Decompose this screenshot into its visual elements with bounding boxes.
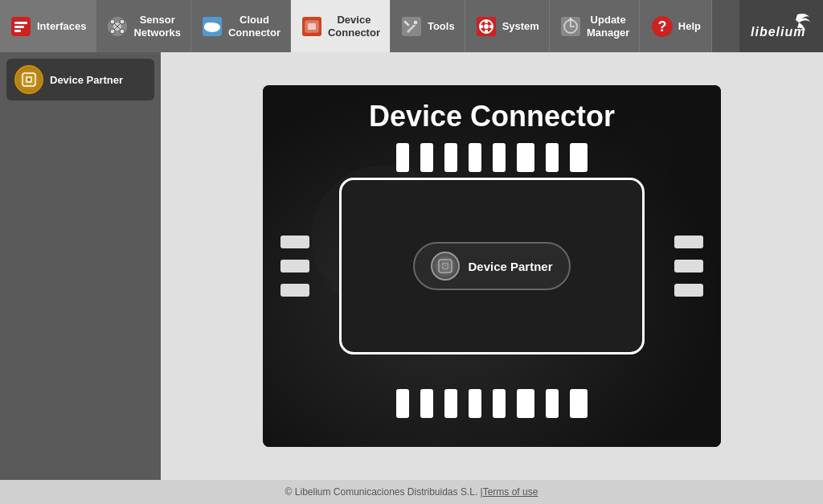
nav-cloud-connector[interactable]: CloudConnector: [191, 0, 291, 52]
main-area: Device Partner Device Connector: [0, 52, 823, 480]
connector-right-1: [674, 236, 703, 248]
pin-bottom-4: [469, 389, 481, 418]
connector-left-3: [280, 284, 309, 297]
connector-right-3: [674, 284, 703, 297]
svg-point-39: [27, 78, 31, 81]
pin-top-7: [546, 143, 559, 172]
device-partner-button-icon: [431, 252, 460, 281]
svg-rect-28: [489, 25, 493, 28]
nav-sensor-networks-label: SensorNetworks: [133, 14, 181, 39]
nav-sensor-networks[interactable]: SensorNetworks: [96, 0, 191, 52]
footer: © Libelium Comunicaciones Distribuidas S…: [0, 480, 823, 504]
nav-cloud-connector-label: CloudConnector: [228, 14, 280, 39]
tools-icon: [400, 15, 423, 38]
sidebar: Device Partner: [0, 52, 161, 480]
nav-update-manager-label: UpdateManager: [587, 14, 629, 39]
device-partner-sidebar-icon: [14, 65, 43, 94]
pin-top-6: [517, 143, 534, 172]
svg-rect-2: [14, 26, 24, 28]
pins-top: [396, 143, 588, 172]
connector-left-2: [280, 260, 309, 272]
device-partner-button[interactable]: Device Partner: [413, 242, 570, 290]
sidebar-item-device-partner[interactable]: Device Partner: [6, 59, 154, 100]
nav-system[interactable]: System: [465, 0, 550, 52]
nav-device-connector-label: DeviceConnector: [328, 14, 380, 39]
system-icon: [475, 15, 497, 38]
pin-bottom-2: [420, 389, 433, 418]
interfaces-icon: [10, 15, 32, 38]
update-manager-icon: [559, 15, 582, 38]
device-partner-button-label: Device Partner: [468, 260, 552, 273]
connector-right-2: [674, 260, 703, 272]
connectors-left: [280, 236, 309, 297]
svg-rect-26: [485, 30, 488, 33]
nav-tools[interactable]: Tools: [391, 0, 465, 52]
footer-terms-link[interactable]: Terms of use: [483, 486, 538, 498]
footer-text: © Libelium Comunicaciones Distribuidas S…: [285, 486, 483, 498]
nav-system-label: System: [502, 20, 539, 33]
connectors-right: [674, 236, 703, 297]
nav-help-label: Help: [678, 20, 701, 33]
svg-rect-27: [480, 25, 483, 28]
pin-top-1: [396, 143, 409, 172]
pins-bottom: [396, 389, 588, 418]
nav-interfaces[interactable]: Interfaces: [0, 0, 96, 52]
pin-top-5: [493, 143, 506, 172]
libelium-logo: libelium: [739, 0, 823, 52]
help-icon: ?: [651, 15, 674, 38]
board-title: Device Connector: [263, 100, 721, 133]
svg-point-29: [484, 24, 489, 29]
svg-rect-25: [485, 20, 488, 23]
connector-left-1: [280, 236, 309, 248]
pin-bottom-7: [546, 389, 559, 418]
svg-point-43: [444, 265, 446, 267]
nav-help[interactable]: ? Help: [640, 0, 712, 52]
pin-top-3: [444, 143, 457, 172]
nav-device-connector[interactable]: DeviceConnector: [291, 0, 391, 52]
pin-bottom-1: [396, 389, 409, 418]
nav-tools-label: Tools: [428, 20, 455, 33]
pin-bottom-6: [517, 389, 534, 418]
main-content: Device Connector: [161, 52, 823, 480]
svg-rect-20: [308, 23, 316, 30]
sensor-icon: [106, 15, 129, 38]
pin-bottom-8: [570, 389, 588, 418]
inner-board: Device Partner: [339, 178, 645, 354]
pin-top-8: [570, 143, 588, 172]
top-navigation: Interfaces SensorNetworks CloudConnector: [0, 0, 823, 52]
device-connector-board: Device Connector: [263, 85, 721, 447]
cloud-icon: [201, 15, 223, 38]
svg-rect-3: [14, 30, 21, 32]
pin-top-2: [420, 143, 433, 172]
pin-bottom-3: [444, 389, 457, 418]
device-connector-icon: [301, 15, 323, 38]
svg-text:libelium: libelium: [751, 25, 805, 39]
libelium-logo-svg: libelium: [749, 10, 813, 43]
svg-rect-1: [14, 22, 27, 24]
sidebar-device-partner-label: Device Partner: [50, 74, 123, 86]
svg-point-22: [413, 20, 418, 25]
nav-interfaces-label: Interfaces: [37, 20, 86, 33]
svg-point-17: [211, 23, 219, 30]
pin-top-4: [469, 143, 481, 172]
svg-text:?: ?: [657, 18, 666, 35]
pin-bottom-5: [493, 389, 506, 418]
nav-update-manager[interactable]: UpdateManager: [550, 0, 640, 52]
